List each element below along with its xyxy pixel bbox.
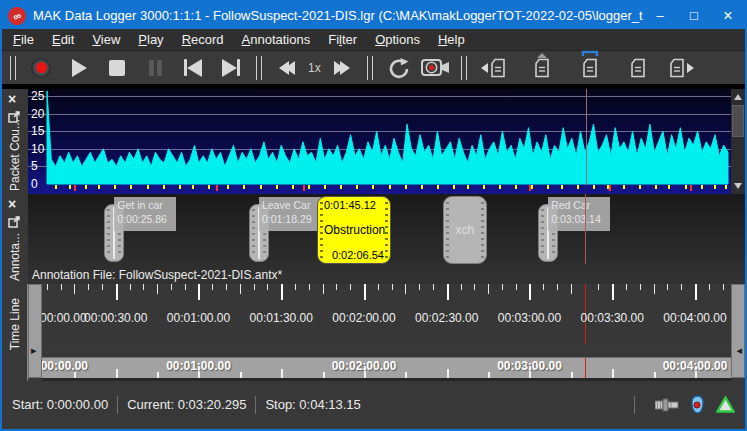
scrollbar-thumb[interactable] — [732, 105, 744, 137]
popout-panel-icon[interactable] — [8, 216, 20, 228]
close-panel-icon[interactable]: × — [8, 197, 16, 211]
menu-annotations[interactable]: Annotations — [233, 30, 320, 49]
selection-bracket-icon — [581, 50, 599, 56]
packet-count-waveform — [28, 89, 731, 194]
document-icon — [534, 58, 550, 78]
event-tick-yellow — [623, 185, 625, 189]
annotation-end-time: 0:02:06.54 — [324, 249, 384, 261]
annotations-track[interactable]: Annotation File: FollowSuspect-2021-DIS.… — [28, 194, 745, 284]
playback-cursor-overview[interactable] — [585, 358, 586, 378]
scroll-up-icon[interactable] — [734, 94, 742, 100]
next-annotation-button[interactable] — [667, 54, 697, 82]
annotation-range-marker[interactable]: 0:01:45.12Obstruction0:02:06.54 — [317, 196, 391, 264]
faster-button[interactable] — [327, 54, 357, 82]
annotation-title: Obstruction — [324, 223, 384, 237]
minimize-button[interactable]: – — [643, 2, 677, 29]
play-button[interactable] — [64, 54, 94, 82]
annotation-list-button[interactable] — [623, 54, 653, 82]
event-tick-yellow — [227, 185, 229, 189]
slower-button[interactable] — [272, 54, 302, 82]
packet-count-graph[interactable]: 0510152025 — [28, 89, 745, 194]
event-tick-yellow — [308, 185, 310, 189]
menu-view[interactable]: View — [83, 30, 129, 49]
ruler-tick — [185, 284, 186, 290]
event-tick-yellow — [547, 185, 549, 189]
stop-button[interactable] — [102, 54, 132, 82]
graph-scrollbar[interactable] — [731, 89, 745, 194]
ruler-tick — [461, 284, 462, 290]
ruler-tick — [157, 284, 158, 294]
overview-tick — [116, 369, 118, 378]
ruler-tick — [695, 284, 697, 300]
first-annotation-button[interactable] — [527, 54, 557, 82]
menu-edit[interactable]: Edit — [43, 30, 83, 49]
ruler-tick — [364, 284, 366, 300]
toolbar-gripper[interactable] — [10, 56, 16, 80]
previous-annotation-button[interactable] — [479, 54, 509, 82]
record-button[interactable] — [26, 54, 56, 82]
ruler-time-label: 0:00:00.00 — [42, 311, 87, 325]
status-separator — [634, 396, 635, 414]
event-tick-yellow — [437, 185, 439, 189]
menu-help[interactable]: Help — [429, 30, 474, 49]
maximize-button[interactable]: □ — [677, 2, 711, 29]
close-button[interactable]: × — [711, 2, 745, 29]
menu-record[interactable]: Record — [173, 30, 233, 49]
timeline-overview[interactable]: 0:00:00.0000:01:00.0000:02:00.0000:03:00… — [42, 357, 731, 378]
annotation-range-marker[interactable]: xch — [443, 196, 487, 264]
close-panel-icon[interactable]: × — [8, 92, 16, 106]
current-annotation-button[interactable] — [575, 54, 605, 82]
ruler-tick — [709, 284, 710, 290]
scroll-down-icon[interactable] — [734, 183, 742, 189]
annotation-marker-label[interactable]: Red Car0:03:03.14 — [548, 197, 610, 231]
annotation-marker[interactable]: Get in car0:00:25.86 — [104, 197, 186, 265]
ruler-time-label: 00:03:30.00 — [581, 311, 644, 325]
timeline-left-handle-column[interactable]: ▸ — [28, 284, 42, 378]
titlebar[interactable]: ∞ MAK Data Logger 3000:1:1:1 - FollowSus… — [2, 2, 745, 29]
next-arrow-icon — [687, 63, 694, 73]
ruler-time-label: 00:03:00.00 — [498, 311, 561, 325]
skip-to-start-button[interactable] — [178, 54, 208, 82]
event-tick-yellow — [389, 185, 391, 189]
ruler-tick — [529, 284, 531, 300]
range-left-handle-icon[interactable]: ▸ — [31, 344, 37, 357]
window-title: MAK Data Logger 3000:1:1:1 - FollowSuspe… — [33, 8, 643, 23]
record-video-button[interactable] — [421, 54, 451, 82]
ruler-tick — [74, 284, 75, 294]
event-tick-yellow — [356, 185, 358, 189]
menu-play[interactable]: Play — [129, 30, 172, 49]
pause-icon — [149, 60, 162, 76]
annotation-marker-label[interactable]: Leave Car0:01:18.29 — [259, 197, 321, 231]
ruler-tick — [626, 284, 627, 290]
skip-to-end-button[interactable] — [216, 54, 246, 82]
event-tick-yellow — [714, 185, 716, 189]
toolbar-gripper[interactable] — [367, 56, 373, 80]
annotation-marker-label[interactable]: Get in car0:00:25.86 — [114, 197, 176, 231]
ruler-tick — [654, 284, 655, 294]
event-tick-red — [216, 185, 218, 191]
event-tick-yellow — [98, 185, 100, 189]
range-right-handle-icon[interactable]: ◂ — [736, 344, 742, 357]
toolbar-gripper[interactable] — [256, 56, 262, 80]
overview-time-label: 0:00:00.00 — [42, 359, 88, 373]
event-tick-yellow — [593, 185, 595, 189]
event-tick-yellow — [147, 185, 149, 189]
toolbar-gripper[interactable] — [461, 56, 467, 80]
ruler-tick — [212, 284, 213, 290]
event-tick-yellow — [208, 185, 210, 189]
pause-button[interactable] — [140, 54, 170, 82]
event-tick-yellow — [499, 185, 501, 189]
timeline-track[interactable]: ▸ 0:00:00.0000:00:30.0000:01:00.0000:01:… — [28, 284, 745, 381]
menu-file[interactable]: File — [4, 30, 43, 49]
event-tick-yellow — [85, 185, 87, 189]
ruler-tick — [405, 284, 406, 294]
menu-filter[interactable]: Filter — [319, 30, 366, 49]
network-connector-icon — [655, 397, 679, 413]
loop-button[interactable] — [383, 54, 413, 82]
menu-options[interactable]: Options — [366, 30, 429, 49]
ruler-tick — [447, 284, 449, 300]
timeline-right-handle-column[interactable]: ◂ — [731, 284, 745, 378]
event-tick-yellow — [179, 185, 181, 189]
annotation-marker[interactable]: Red Car0:03:03.14 — [538, 197, 620, 265]
event-tick-yellow — [55, 185, 57, 189]
